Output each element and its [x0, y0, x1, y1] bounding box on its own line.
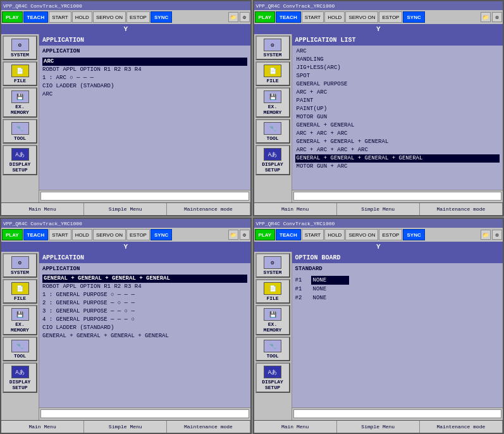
footer-maintenance-tl[interactable]: Maintenance mode: [167, 203, 250, 215]
display-setup-btn-br[interactable]: Aあ DISPLAY SETUP: [255, 363, 290, 393]
footer-maintenance-bl[interactable]: Maintenance mode: [167, 421, 250, 433]
system-btn-tr[interactable]: ⚙ SYSTEM: [255, 35, 290, 60]
title-bar-tr: VPP_QR4C ConvTrack_YRC1000: [254, 1, 503, 10]
tool-btn-tr[interactable]: 🔧 TOOL: [255, 119, 290, 144]
app-list-item-5[interactable]: ARC + ARC: [295, 89, 500, 97]
footer-main-menu-tl[interactable]: Main Menu: [1, 203, 84, 215]
app-list-item-2[interactable]: JIG+LESS(ARC): [295, 64, 500, 72]
start-button-tr[interactable]: START: [302, 11, 324, 23]
app-list-item-3[interactable]: SPOT: [295, 72, 500, 80]
tool-icon-tr: 🔧: [264, 122, 281, 135]
footer-main-menu-tr[interactable]: Main Menu: [254, 203, 337, 215]
play-button-tl[interactable]: PLAY: [2, 11, 23, 23]
file-btn-tr[interactable]: 📄 FILE: [255, 61, 290, 86]
display-setup-btn-tr[interactable]: Aあ DISPLAY SETUP: [255, 145, 290, 175]
teach-button-tl[interactable]: TEACH: [23, 11, 49, 23]
app-list-item-8[interactable]: MOTOR GUN: [295, 113, 500, 121]
tool-btn-bl[interactable]: 🔧 TOOL: [3, 337, 37, 361]
system-icon-bl: ⚙: [11, 256, 29, 269]
servo-on-button-tl[interactable]: SERVO ON: [93, 11, 126, 23]
hold-button-br[interactable]: HOLD: [324, 229, 345, 240]
footer-main-menu-bl[interactable]: Main Menu: [1, 421, 84, 433]
system-btn-br[interactable]: ⚙ SYSTEM: [255, 253, 290, 278]
icon-settings-tr[interactable]: ⚙: [492, 12, 502, 22]
app-list-item-1[interactable]: HANDLING: [295, 56, 500, 64]
servo-on-button-br[interactable]: SERVO ON: [345, 229, 378, 240]
sync-button-tl[interactable]: SYNC: [151, 11, 172, 23]
panel-content-br: STANDARD #1NONE#1NONE#2NONE: [292, 263, 503, 407]
teach-button-bl[interactable]: TEACH: [23, 229, 49, 240]
panel-title-br: OPTION BOARD: [292, 252, 503, 263]
ex-memory-btn-bl[interactable]: 💾 EX. MEMORY: [3, 305, 37, 335]
hold-button-tl[interactable]: HOLD: [72, 11, 92, 23]
app-list-item-6[interactable]: PAINT: [295, 97, 500, 105]
footer-simple-menu-tl[interactable]: Simple Menu: [84, 203, 167, 215]
footer-simple-menu-br[interactable]: Simple Menu: [337, 421, 420, 433]
input-tl[interactable]: [40, 192, 249, 201]
sync-button-tr[interactable]: SYNC: [403, 11, 424, 23]
start-button-br[interactable]: START: [302, 229, 324, 240]
hold-button-bl[interactable]: HOLD: [72, 229, 92, 240]
play-button-tr[interactable]: PLAY: [255, 11, 276, 23]
display-setup-icon-bl: Aあ: [11, 366, 29, 378]
servo-on-button-tr[interactable]: SERVO ON: [345, 11, 378, 23]
icon-settings-br[interactable]: ⚙: [492, 230, 502, 240]
footer-main-menu-br[interactable]: Main Menu: [254, 421, 337, 433]
app-list-item-10[interactable]: ARC + ARC + ARC: [295, 130, 500, 138]
y-bar-bl: Y: [1, 242, 250, 252]
app-list-item-11[interactable]: GENERAL + GENERAL + GENERAL: [295, 138, 500, 146]
teach-button-tr[interactable]: TEACH: [276, 11, 301, 23]
footer-simple-menu-tr[interactable]: Simple Menu: [337, 203, 420, 215]
play-button-br[interactable]: PLAY: [255, 229, 276, 240]
estop-button-bl[interactable]: ESTOP: [126, 229, 150, 240]
play-button-bl[interactable]: PLAY: [2, 229, 23, 240]
system-btn-bl[interactable]: ⚙ SYSTEM: [3, 253, 37, 278]
app-list-item-0[interactable]: ARC: [295, 47, 500, 56]
footer-maintenance-tr[interactable]: Maintenance mode: [420, 203, 503, 215]
input-tr[interactable]: [293, 192, 502, 201]
start-button-tl[interactable]: START: [49, 11, 71, 23]
file-btn-tl[interactable]: 📄 FILE: [3, 61, 37, 86]
display-setup-btn-tl[interactable]: Aあ DISPLAY SETUP: [3, 145, 37, 175]
tool-btn-br[interactable]: 🔧 TOOL: [255, 337, 290, 361]
display-setup-icon-tr: Aあ: [264, 148, 281, 161]
icon-settings-tl[interactable]: ⚙: [240, 12, 250, 22]
panel-content-tl: APPLICATION ARC ROBOT APPL OPTION R1 R2 …: [39, 46, 250, 190]
file-btn-bl[interactable]: 📄 FILE: [3, 279, 37, 304]
app-list-item-9[interactable]: GENERAL + GENERAL: [295, 121, 500, 130]
icon-folder-bl[interactable]: 📁: [228, 230, 238, 240]
icon-folder-tr[interactable]: 📁: [481, 12, 491, 22]
ex-memory-btn-tr[interactable]: 💾 EX. MEMORY: [255, 87, 290, 118]
input-br[interactable]: [293, 409, 502, 418]
footer-maintenance-br[interactable]: Maintenance mode: [420, 421, 503, 433]
tool-btn-tl[interactable]: 🔧 TOOL: [3, 119, 37, 144]
ex-memory-btn-tl[interactable]: 💾 EX. MEMORY: [3, 87, 37, 118]
content-area-tl: ⚙ SYSTEM 📄 FILE 💾 EX. MEMORY 🔧 TOOL Aあ: [1, 34, 250, 202]
app-list-item-12[interactable]: ARC + ARC + ARC + ARC: [295, 146, 500, 154]
app-list-item-13[interactable]: GENERAL + GENERAL + GENERAL + GENERAL: [295, 154, 500, 163]
icon-settings-bl[interactable]: ⚙: [240, 230, 250, 240]
start-button-bl[interactable]: START: [49, 229, 71, 240]
footer-simple-menu-bl[interactable]: Simple Menu: [84, 421, 167, 433]
estop-button-tl[interactable]: ESTOP: [126, 11, 150, 23]
estop-button-br[interactable]: ESTOP: [379, 229, 402, 240]
main-panel-br: OPTION BOARD STANDARD #1NONE#1NONE#2NONE: [292, 252, 503, 420]
input-bl[interactable]: [40, 409, 249, 418]
sync-button-br[interactable]: SYNC: [403, 229, 424, 240]
icon-folder-tl[interactable]: 📁: [228, 12, 238, 22]
ex-memory-btn-br[interactable]: 💾 EX. MEMORY: [255, 305, 290, 335]
main-panel-tl: APPLICATION APPLICATION ARC ROBOT APPL O…: [39, 34, 250, 202]
display-setup-btn-bl[interactable]: Aあ DISPLAY SETUP: [3, 363, 37, 393]
teach-button-br[interactable]: TEACH: [276, 229, 301, 240]
estop-button-tr[interactable]: ESTOP: [379, 11, 402, 23]
icon-folder-br[interactable]: 📁: [481, 230, 491, 240]
app-list-item-4[interactable]: GENERAL PURPOSE: [295, 80, 500, 89]
sync-button-bl[interactable]: SYNC: [151, 229, 172, 240]
hold-button-tr[interactable]: HOLD: [324, 11, 345, 23]
app-list-item-14[interactable]: MOTOR GUN + ARC: [295, 163, 500, 171]
servo-on-button-bl[interactable]: SERVO ON: [93, 229, 126, 240]
file-btn-br[interactable]: 📄 FILE: [255, 279, 290, 304]
content-area-bl: ⚙ SYSTEM 📄 FILE 💾 EX. MEMORY 🔧 TOOL Aあ: [1, 252, 250, 420]
system-btn-tl[interactable]: ⚙ SYSTEM: [3, 35, 37, 60]
app-list-item-7[interactable]: PAINT(UP): [295, 105, 500, 113]
